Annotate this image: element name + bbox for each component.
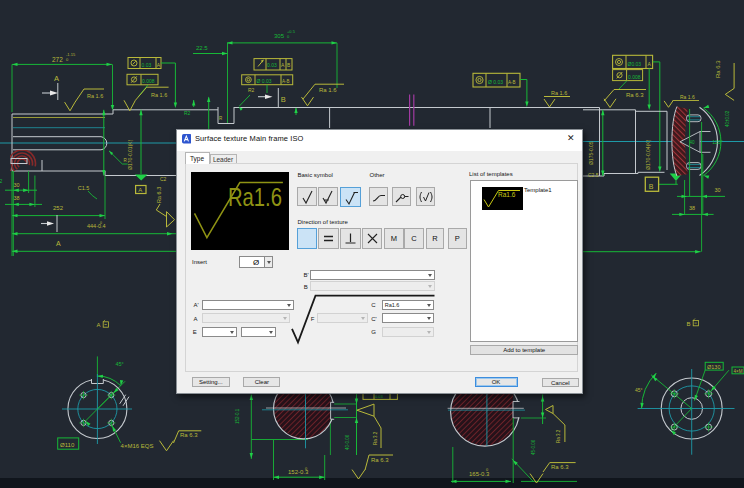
svg-text:45°: 45° <box>635 387 643 393</box>
svg-text:45°: 45° <box>116 361 124 367</box>
svg-text:Ra 6.3: Ra 6.3 <box>715 60 721 78</box>
svg-text:4×M16 EQS: 4×M16 EQS <box>121 443 154 449</box>
svg-text:45-0.06: 45-0.06 <box>531 439 536 455</box>
svg-text:Ra 6.3: Ra 6.3 <box>551 464 569 470</box>
svg-text:252: 252 <box>53 205 64 211</box>
svg-text:30: 30 <box>715 187 721 193</box>
svg-text:Ø 0.03: Ø 0.03 <box>257 78 272 84</box>
svg-text:Ra 1.6: Ra 1.6 <box>151 92 167 98</box>
svg-text:305: 305 <box>274 33 285 39</box>
svg-text:B: B <box>649 183 654 190</box>
svg-text:Ra 1.6: Ra 1.6 <box>319 87 337 93</box>
svg-text:A: A <box>54 74 59 83</box>
svg-text:38: 38 <box>14 195 20 201</box>
svg-text:22.5: 22.5 <box>196 45 208 51</box>
svg-text:0: 0 <box>100 221 102 225</box>
svg-text:Ø 0.03: Ø 0.03 <box>488 79 503 85</box>
svg-text:4×M: 4×M <box>734 369 743 374</box>
svg-text:0: 0 <box>486 468 488 472</box>
svg-text:C2: C2 <box>160 176 167 182</box>
svg-text:0: 0 <box>305 467 307 471</box>
svg-text:Ø170-0.01(K): Ø170-0.01(K) <box>127 139 133 170</box>
svg-text:40±0.02: 40±0.02 <box>725 110 730 127</box>
svg-text:0.03: 0.03 <box>375 394 384 399</box>
svg-text:444-0.4: 444-0.4 <box>87 223 106 229</box>
svg-text:B: B <box>687 321 691 327</box>
svg-text:B: B <box>281 95 286 104</box>
svg-text:R2: R2 <box>0 178 3 184</box>
svg-text:Ø110: Ø110 <box>60 442 75 448</box>
svg-text:40-0.06: 40-0.06 <box>345 434 350 450</box>
svg-text:Ø0.03: Ø0.03 <box>628 61 642 67</box>
svg-text:40: 40 <box>690 140 696 145</box>
svg-text:Ra 3.2: Ra 3.2 <box>373 431 378 445</box>
svg-text:A-B: A-B <box>508 80 516 85</box>
svg-text:38: 38 <box>689 205 695 211</box>
svg-text:30: 30 <box>14 182 20 188</box>
svg-text:A: A <box>138 187 142 193</box>
svg-text:0.03: 0.03 <box>267 62 277 68</box>
svg-text:Ra 6.3: Ra 6.3 <box>626 92 644 98</box>
svg-text:Ra 6.3: Ra 6.3 <box>156 187 162 203</box>
svg-text:R2: R2 <box>248 87 255 93</box>
svg-text:Ø130: Ø130 <box>707 364 720 370</box>
svg-text:Ra 1.6: Ra 1.6 <box>680 94 695 100</box>
svg-text:Ra 3.2: Ra 3.2 <box>556 429 561 443</box>
svg-text:0.008: 0.008 <box>628 74 641 80</box>
svg-text:C1.5: C1.5 <box>78 185 90 191</box>
svg-text:Ra 6.3: Ra 6.3 <box>371 457 389 463</box>
svg-text:R2: R2 <box>184 110 191 116</box>
svg-text:Ø175-0.05: Ø175-0.05 <box>588 141 594 165</box>
svg-text:0.008: 0.008 <box>142 78 155 84</box>
svg-text:Ra 1.6: Ra 1.6 <box>551 90 567 96</box>
svg-text:152-0.1: 152-0.1 <box>235 408 240 424</box>
svg-text:Ra 6.3: Ra 6.3 <box>180 432 198 438</box>
svg-text:Ra1.6: Ra1.6 <box>498 190 516 197</box>
svg-text:A: A <box>56 240 61 247</box>
svg-text:0.03: 0.03 <box>142 62 152 68</box>
svg-text:Ra1.6: Ra1.6 <box>228 182 282 210</box>
svg-text:A: A <box>97 322 101 328</box>
svg-text:272: 272 <box>52 56 63 63</box>
svg-text:C2.5: C2.5 <box>588 172 599 178</box>
svg-text:A-B: A-B <box>282 79 290 84</box>
svg-text:Ø170-0.04(K): Ø170-0.04(K) <box>645 139 651 170</box>
svg-text:Ra 1.6: Ra 1.6 <box>87 93 103 99</box>
